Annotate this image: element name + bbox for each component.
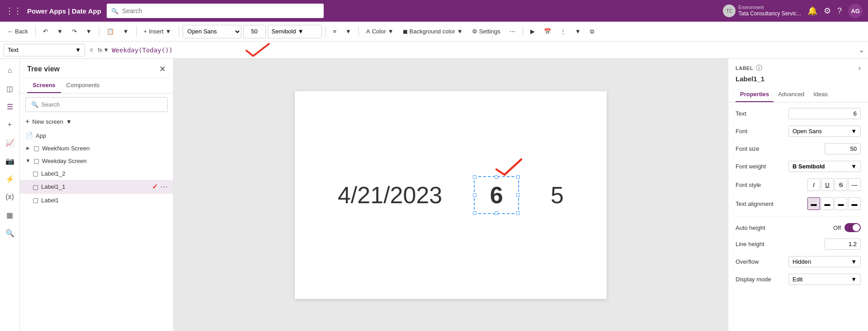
tree-item-label1-1[interactable]: ▢ Label1_1 ✓ ⋯ <box>20 180 173 194</box>
font-prop-dropdown[interactable]: Open Sans ▼ <box>788 126 861 137</box>
handle-ml[interactable] <box>473 193 476 197</box>
top-nav: ⋮⋮ Power Apps | Date App 🔍 TC Environmen… <box>0 0 868 22</box>
main-layout: ⌂ ◫ ☰ + 📈 📷 ⚡ (x) ▦ 🔍 Tree view ✕ Screen… <box>0 59 868 331</box>
sidebar-home-icon[interactable]: ⌂ <box>2 62 18 79</box>
font-size-prop-value[interactable] <box>825 143 861 154</box>
overflow-prop-dropdown[interactable]: Hidden ▼ <box>788 256 861 267</box>
font-weight-dropdown[interactable]: Semibold ▼ <box>268 25 322 38</box>
back-button[interactable]: ← Back <box>4 24 32 39</box>
handle-tl[interactable] <box>473 175 476 179</box>
tab-screens[interactable]: Screens <box>27 78 61 93</box>
text-prop-value[interactable] <box>788 108 861 119</box>
handle-bm[interactable] <box>495 211 498 215</box>
tree-search-box[interactable]: 🔍 <box>25 97 168 112</box>
tree-item-weeknum-label: WeekNum Screen <box>42 145 168 152</box>
label1-1-dots-menu[interactable]: ⋯ <box>160 182 168 191</box>
display-mode-prop-dropdown[interactable]: Edit ▼ <box>788 274 861 285</box>
tree-item-app[interactable]: 📄 App <box>20 129 173 142</box>
property-name: Text <box>8 47 19 53</box>
search-input[interactable] <box>122 7 319 14</box>
align-dropdown[interactable]: ▼ <box>342 24 355 39</box>
sidebar-components-icon[interactable]: ▦ <box>2 207 18 223</box>
font-underline-button[interactable]: U <box>821 178 834 191</box>
copy-dropdown[interactable]: ▼ <box>119 24 132 39</box>
sidebar-variables-icon[interactable]: (x) <box>2 189 18 205</box>
tree-close-button[interactable]: ✕ <box>159 64 166 74</box>
font-size-input[interactable] <box>243 25 266 38</box>
font-family-select[interactable]: Open Sans <box>183 25 241 38</box>
new-screen-button[interactable]: + New screen ▼ <box>25 117 72 126</box>
handle-bl[interactable] <box>473 211 476 215</box>
user-avatar[interactable]: AG <box>848 4 863 18</box>
canvas-selected-element[interactable]: 6 <box>474 176 519 214</box>
weekday-chevron-icon: ▼ <box>25 158 31 164</box>
sidebar-data-icon[interactable]: 📈 <box>2 135 18 151</box>
more-options-button[interactable]: ⋯ <box>506 24 519 39</box>
font-other-button[interactable]: — <box>848 178 861 191</box>
app-icon: 📄 <box>25 132 33 139</box>
settings-icon[interactable]: ⚙ <box>824 6 831 16</box>
separator-3 <box>136 26 137 37</box>
waffle-icon[interactable]: ⋮⋮ <box>5 6 22 16</box>
tree-item-weekday[interactable]: ▼ ▢ Weekday Screen <box>20 154 173 167</box>
tab-properties[interactable]: Properties <box>736 87 774 102</box>
tree-item-label1[interactable]: ▢ Label1 <box>20 194 173 206</box>
tree-item-label1-2[interactable]: ▢ Label1_2 <box>20 167 173 180</box>
align-right-button[interactable]: ▬ <box>835 197 847 210</box>
formula-input[interactable] <box>112 47 856 54</box>
notifications-icon[interactable]: 🔔 <box>807 6 817 16</box>
sidebar-insert-icon[interactable]: + <box>2 117 18 133</box>
copy-button[interactable]: 📋 <box>103 24 118 39</box>
sidebar-media-icon[interactable]: 📷 <box>2 153 18 169</box>
font-italic-button[interactable]: I <box>807 178 820 191</box>
font-weight-prop-label: Font weight <box>736 163 788 170</box>
redo-dropdown[interactable]: ▼ <box>82 24 95 39</box>
props-expand-icon[interactable]: › <box>859 64 861 72</box>
color-button[interactable]: A Color ▼ <box>363 24 397 39</box>
equals-sign: = <box>88 47 95 54</box>
sidebar-ai-icon[interactable]: ⚡ <box>2 171 18 187</box>
toolbar-right-dropdown[interactable]: ▼ <box>571 24 585 39</box>
tree-item-weeknum[interactable]: ► ▢ WeekNum Screen <box>20 142 173 154</box>
handle-tr[interactable] <box>516 175 520 179</box>
line-height-prop-value[interactable] <box>825 238 861 250</box>
align-buttons: ▬ ▬ ▬ ▬ <box>807 197 861 210</box>
tab-ideas[interactable]: Ideas <box>809 87 832 102</box>
handle-tm[interactable] <box>495 175 498 179</box>
align-left-button[interactable]: ▬ <box>807 197 820 210</box>
redo-button[interactable]: ↷ <box>68 24 80 39</box>
canvas-weekday-box[interactable]: 6 <box>474 176 519 214</box>
auto-height-toggle[interactable] <box>844 223 861 232</box>
toolbar-right-1[interactable]: 📅 <box>540 24 555 39</box>
props-help-icon[interactable]: ⓘ <box>756 64 762 72</box>
toolbar-right-2[interactable]: ⋮ <box>557 24 570 39</box>
sidebar-tree-icon[interactable]: ☰ <box>2 98 18 115</box>
global-search[interactable]: 🔍 <box>107 4 324 18</box>
font-strikethrough-button[interactable]: S <box>835 178 847 191</box>
undo-button[interactable]: ↶ <box>39 24 52 39</box>
align-center-button[interactable]: ▬ <box>821 197 834 210</box>
align-justify-button[interactable]: ▬ <box>848 197 861 210</box>
canvas-weekday-value: 6 <box>490 182 503 209</box>
tab-advanced[interactable]: Advanced <box>774 87 809 102</box>
settings-button[interactable]: ⚙ Settings <box>468 24 504 39</box>
formula-expand-icon[interactable]: ⌄ <box>859 46 864 54</box>
help-icon[interactable]: ? <box>837 6 842 16</box>
canvas-frame[interactable]: 4/21/2023 <box>295 91 607 299</box>
preview-button[interactable]: ▶ <box>527 24 538 39</box>
insert-button[interactable]: + Insert ▼ <box>140 24 175 39</box>
tab-components[interactable]: Components <box>61 78 105 93</box>
handle-br[interactable] <box>516 211 520 215</box>
align-button[interactable]: ≡ <box>330 24 340 39</box>
toolbar-right-3[interactable]: ⧉ <box>586 24 598 39</box>
tree-search-input[interactable] <box>41 101 162 108</box>
font-weight-prop-dropdown[interactable]: B Semibold ▼ <box>788 161 861 172</box>
formula-bar: Text ▼ = fx ▼ ⌄ <box>0 42 868 59</box>
tree-panel: Tree view ✕ Screens Components 🔍 + New s… <box>20 59 174 331</box>
handle-mr[interactable] <box>516 193 520 197</box>
undo-dropdown[interactable]: ▼ <box>53 24 66 39</box>
sidebar-search-icon[interactable]: 🔍 <box>2 225 18 241</box>
background-color-button[interactable]: ◼ Background color ▼ <box>399 24 467 39</box>
sidebar-layers-icon[interactable]: ◫ <box>2 80 18 97</box>
property-selector[interactable]: Text ▼ <box>4 44 85 56</box>
